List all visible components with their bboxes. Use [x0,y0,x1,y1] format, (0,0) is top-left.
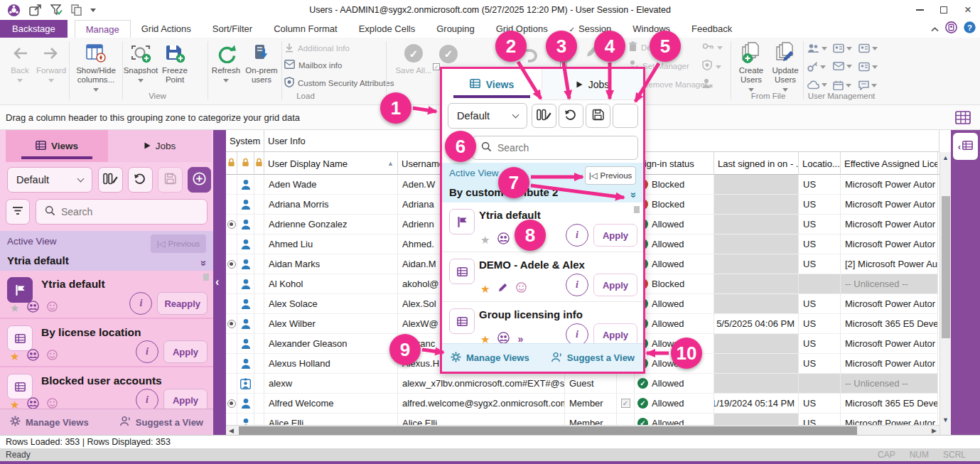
view-item-ytria-default[interactable]: Ytria default★iReapply [0,271,213,319]
table-row-alfred-welcome[interactable]: Alfred Welcomealfred.welcome@sygx2.onmic… [226,394,939,414]
last-signin-cell[interactable]: 5/5/2025 04:06 PM [714,314,799,334]
freeze-point-button[interactable]: Freeze Point [159,41,190,85]
row-radio-cell[interactable] [226,334,237,354]
display-name-cell[interactable]: Alex Solace [264,294,398,314]
last-signin-cell[interactable] [714,254,799,274]
id-card-icon[interactable] [833,43,852,53]
additional-info-button[interactable]: Additional Info [284,43,350,54]
apply-button[interactable]: Apply [593,274,637,296]
location-cell[interactable]: US [799,234,841,254]
location-cell[interactable]: US [799,354,841,374]
display-name-cell[interactable]: Adrienne Gonzalez [264,215,398,234]
row-radio-cell[interactable] [226,195,237,215]
refresh-button[interactable]: Refresh [210,41,242,85]
favorite-star-icon[interactable]: ★ [10,399,19,409]
lock-column-header[interactable] [226,152,237,175]
custom-security-attributes-button[interactable]: Custom Security Attributes [284,77,394,89]
password-reset-icon[interactable] [702,41,723,53]
revoke-sessions-icon[interactable] [702,78,713,90]
chat-icon[interactable] [858,80,877,90]
tab-feedback[interactable]: Feedback [681,20,743,38]
checkbox-cell[interactable] [617,414,635,425]
apply-button[interactable]: Apply [163,389,208,409]
favorite-star-icon[interactable]: ★ [480,284,490,294]
popup-edit-columns-button[interactable] [532,104,556,128]
location-cell[interactable] [799,374,841,394]
row-radio-cell[interactable] [226,394,237,414]
back-button[interactable]: Back [6,41,34,85]
tab-grouping[interactable]: Grouping [426,20,485,38]
calendar-icon[interactable] [833,80,851,90]
row-radio-cell[interactable] [226,175,237,195]
license-cell[interactable]: Microsoft Power Autor [841,195,938,215]
create-users-button[interactable]: Create Users [735,41,768,94]
suggest-view-button[interactable]: Suggest a View [119,416,203,428]
account-icon[interactable] [945,21,957,36]
key-icon[interactable] [807,62,826,72]
license-cell[interactable]: -- Unlicensed -- [841,374,938,394]
view-item-by-license-location[interactable]: By license location★iApply [0,319,213,367]
lock-column-header[interactable] [254,152,264,175]
apply-button[interactable]: Apply [163,340,208,363]
tab-grid-actions[interactable]: Grid Actions [131,20,202,38]
popup-tab-views[interactable]: Views [442,69,542,100]
cloud-doc-icon[interactable] [807,80,827,90]
popup-revert-view-button[interactable] [559,104,583,128]
last-signin-cell[interactable]: 11/19/2024 05:14 PM [714,394,799,414]
last-signin-cell[interactable] [714,414,799,425]
minimize-button[interactable] [908,0,932,20]
popup-view-selector-dropdown[interactable]: Default [448,103,527,129]
show-hide-columns-button[interactable]: Show/Hide columns... [71,41,121,94]
tab-column-format[interactable]: Column Format [263,20,348,38]
row-radio-cell[interactable] [226,215,237,234]
username-cell[interactable]: Alice.Elli [398,414,565,425]
display-name-cell[interactable]: Al Kohol [264,274,398,294]
mailbox-info-button[interactable]: Mailbox info [284,60,342,70]
view-item-blocked-user-accounts[interactable]: Blocked user accounts★iApply [0,367,213,409]
username-cell[interactable]: alexw_x7lbv.onmicrosoft.com#EXT#@sygx2 [398,374,565,394]
manage-views-button[interactable]: Manage Views [10,416,89,428]
vertical-scrollbar[interactable]: ▲ ▼ [939,152,951,435]
revert-view-button[interactable] [128,167,153,193]
location-cell[interactable]: US [799,394,841,414]
row-radio-cell[interactable] [226,354,237,374]
scroll-up-icon[interactable]: ▲ [942,154,949,161]
panel-tab-views[interactable]: Views [6,130,108,162]
display-name-cell[interactable]: Alice Elli [264,414,398,425]
signin-status-cell[interactable]: ✓Allowed [635,374,714,394]
last-signin-cell[interactable] [714,234,799,254]
column-header-license[interactable]: Effective Assigned Lice [841,152,938,175]
location-cell[interactable]: US [799,334,841,354]
info-button[interactable]: i [566,224,588,247]
expand-chevrons-icon[interactable]: » [198,260,210,264]
group-header-system[interactable]: System [226,130,264,152]
column-header-last-signin[interactable]: Last signed in on - ... [714,152,799,175]
signin-status-cell[interactable]: ✓Allowed [635,414,714,425]
popup-list-scroll-thumb[interactable] [634,206,640,213]
username-cell[interactable]: alfred.welcome@sygx2.onmicrosoft.com [398,394,565,414]
row-radio-cell[interactable] [226,294,237,314]
update-users-button[interactable]: Update Users [769,41,802,94]
table-row-alice-elli[interactable]: Alice ElliAlice.ElliMember✓AllowedUSMicr… [226,414,939,425]
location-cell[interactable]: US [799,195,841,215]
previous-view-button[interactable]: |◁Previous [151,234,206,253]
location-cell[interactable]: US [799,254,841,274]
license-cell[interactable]: Microsoft Power Autor [841,215,938,234]
view-item-group-licensing-info[interactable]: Group licensing info★»iApply [442,302,643,343]
table-row-alexw[interactable]: alexwalexw_x7lbv.onmicrosoft.com#EXT#@sy… [226,374,939,394]
horizontal-scroll-thumb[interactable] [239,426,857,435]
column-header-signin-status[interactable]: Sign-in status [635,152,714,175]
license-cell[interactable]: Microsoft Power Autor [841,334,938,354]
scroll-right-icon[interactable]: ▶ [932,427,937,434]
popup-add-view-button[interactable] [613,104,638,128]
view-selector-dropdown[interactable]: Default [7,167,92,193]
expand-chevrons-icon[interactable]: » [628,192,640,196]
display-name-cell[interactable]: Alexander Gleason [264,334,398,354]
collapse-panel-icon[interactable]: ‹ [215,276,219,288]
display-name-cell[interactable]: Alex Wilber [264,314,398,334]
checkbox-cell[interactable] [617,374,635,394]
save-all-reload-icon[interactable]: ✓✓ [439,45,458,63]
users-icon[interactable] [807,43,827,53]
display-name-cell[interactable]: Alexus Holland [264,354,398,374]
signin-status-cell[interactable]: ✓Allowed [635,215,714,234]
